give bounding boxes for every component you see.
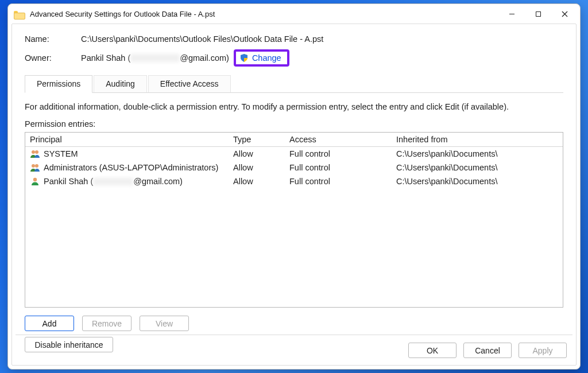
col-type[interactable]: Type	[229, 133, 285, 146]
advanced-security-window: Advanced Security Settings for Outlook D…	[7, 3, 581, 370]
tab-permissions[interactable]: Permissions	[25, 75, 92, 93]
principal-name: Administrators (ASUS-LAPTOP\Administrato…	[44, 163, 218, 172]
tab-strip: Permissions Auditing Effective Access	[25, 75, 563, 93]
view-button: View	[140, 316, 189, 331]
col-access[interactable]: Access	[285, 133, 392, 146]
dialog-footer: OK Cancel Apply	[408, 343, 567, 358]
principal-name: SYSTEM	[44, 149, 78, 158]
table-body: SYSTEMAllowFull controlC:\Users\panki\Do…	[25, 147, 563, 307]
owner-redacted	[130, 54, 180, 62]
table-header: Principal Type Access Inherited from	[25, 133, 563, 147]
svg-point-6	[32, 164, 35, 168]
col-principal[interactable]: Principal	[25, 133, 229, 146]
tab-auditing[interactable]: Auditing	[94, 75, 147, 93]
principal-redacted	[93, 178, 133, 185]
table-row[interactable]: SYSTEMAllowFull controlC:\Users\panki\Do…	[25, 147, 563, 161]
group-icon	[30, 149, 40, 158]
table-row[interactable]: Pankil Shah (@gmail.com)AllowFull contro…	[25, 174, 563, 188]
name-row: Name: C:\Users\panki\Documents\Outlook F…	[25, 34, 563, 44]
folder-icon	[14, 10, 24, 18]
maximize-button[interactable]	[525, 5, 551, 22]
close-button[interactable]	[551, 5, 578, 22]
footer-separator	[16, 335, 572, 335]
remove-button: Remove	[82, 316, 131, 331]
change-owner-highlight: Change	[234, 49, 289, 67]
tab-effective-access[interactable]: Effective Access	[148, 75, 231, 93]
change-owner-link[interactable]: Change	[252, 53, 281, 63]
uac-shield-icon	[239, 53, 249, 63]
principal-name: Pankil Shah (@gmail.com)	[44, 177, 183, 186]
ok-button[interactable]: OK	[408, 343, 457, 358]
user-icon	[30, 177, 40, 186]
permission-entries-table: Principal Type Access Inherited from SYS…	[25, 132, 563, 308]
name-value: C:\Users\panki\Documents\Outlook Files\O…	[81, 34, 323, 44]
instructions-text: For additional information, double-click…	[25, 102, 563, 111]
owner-value: Pankil Shah (@gmail.com)	[81, 53, 229, 63]
window-title: Advanced Security Settings for Outlook D…	[30, 10, 215, 18]
group-icon	[30, 163, 40, 172]
entries-heading: Permission entries:	[25, 119, 563, 129]
disable-inheritance-button[interactable]: Disable inheritance	[25, 337, 113, 352]
add-button[interactable]: Add	[25, 316, 74, 331]
client-area: Name: C:\Users\panki\Documents\Outlook F…	[11, 24, 577, 366]
svg-point-5	[35, 150, 38, 154]
owner-label: Owner:	[25, 53, 81, 63]
svg-point-4	[32, 150, 35, 154]
col-inherited[interactable]: Inherited from	[392, 133, 563, 146]
table-row[interactable]: Administrators (ASUS-LAPTOP\Administrato…	[25, 161, 563, 174]
apply-button: Apply	[519, 343, 567, 358]
entry-buttons: Add Remove View	[25, 316, 563, 331]
svg-rect-1	[536, 11, 540, 16]
svg-point-8	[33, 178, 37, 181]
titlebar: Advanced Security Settings for Outlook D…	[8, 4, 580, 24]
owner-row: Owner: Pankil Shah (@gmail.com) Change	[25, 49, 563, 67]
svg-point-7	[35, 164, 38, 168]
minimize-button[interactable]	[498, 5, 525, 22]
name-label: Name:	[25, 34, 81, 44]
cancel-button[interactable]: Cancel	[463, 343, 512, 358]
